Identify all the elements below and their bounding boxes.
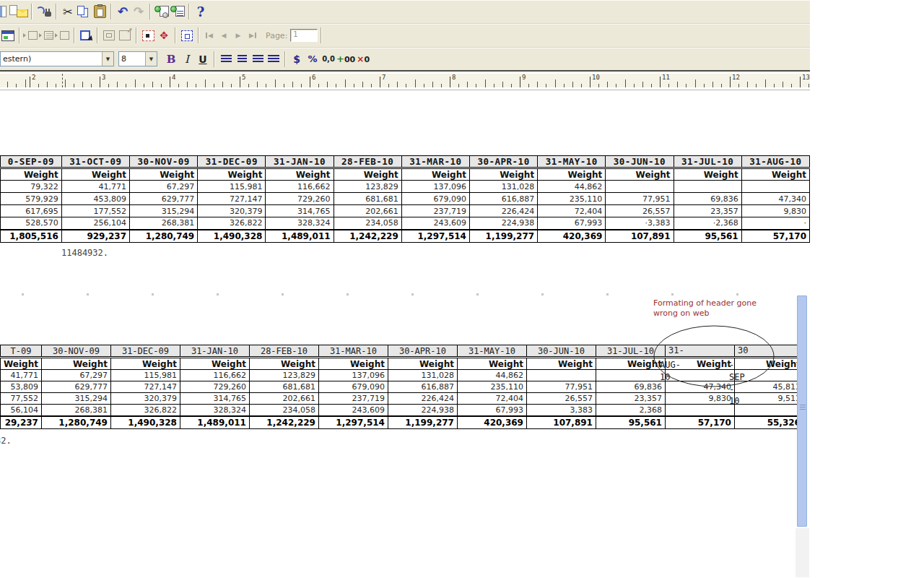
total-cell: 420,369 bbox=[538, 230, 606, 243]
thousands-icon: 0,0 bbox=[322, 55, 335, 63]
data-cell: · bbox=[741, 217, 809, 230]
align-right-icon bbox=[253, 55, 263, 63]
horizontal-ruler[interactable]: 2 3 4 5 6 7 8 9 10 11 12 13 bbox=[0, 74, 810, 87]
data-cell: 53,809 bbox=[1, 381, 42, 393]
data-cell: 326,822 bbox=[198, 217, 266, 230]
weight-header-cell: Weight bbox=[266, 169, 334, 181]
data-cell: 67,993 bbox=[538, 217, 606, 230]
toolbar-separator bbox=[74, 27, 75, 43]
total-cell: 1,242,229 bbox=[249, 416, 318, 429]
chevron-down-icon[interactable]: ▼ bbox=[145, 52, 157, 66]
set-datasource-button[interactable] bbox=[170, 3, 186, 20]
prev-page-icon: ◀ bbox=[222, 32, 227, 39]
remove-decimal-button[interactable]: ×0 bbox=[355, 51, 371, 68]
help-button[interactable]: ? bbox=[193, 3, 209, 20]
data-cell bbox=[734, 405, 803, 416]
date-header-cell: 0-SEP-09 bbox=[1, 156, 62, 168]
weight-header-cell: Weight bbox=[526, 358, 596, 370]
annotation-line: wrong on web bbox=[653, 309, 757, 319]
data-cell: 44,862 bbox=[457, 370, 526, 381]
data-cell: 235,110 bbox=[457, 381, 526, 393]
date-header-cell: 31-MAY-10 bbox=[457, 345, 526, 357]
toolbar-separator bbox=[136, 27, 137, 43]
add-decimal-button[interactable]: +00 bbox=[336, 51, 355, 68]
date-header-cell: 31-AUG-10 bbox=[741, 156, 809, 168]
bold-button[interactable]: B bbox=[163, 51, 179, 68]
data-cell bbox=[665, 405, 734, 416]
copy-icon bbox=[77, 6, 91, 18]
insert-header-button bbox=[23, 27, 39, 44]
data-cell: 616,887 bbox=[469, 193, 537, 205]
align-left-button[interactable] bbox=[218, 51, 234, 68]
align-justify-button[interactable] bbox=[266, 51, 282, 68]
total-cell: 1,490,328 bbox=[110, 416, 180, 429]
data-cell: 320,379 bbox=[110, 393, 180, 405]
page-number-input[interactable]: 1 bbox=[290, 29, 318, 42]
insert-object-button[interactable] bbox=[78, 27, 94, 44]
total-cell: 1,489,011 bbox=[266, 230, 334, 243]
thousands-format-button[interactable]: 0,0 bbox=[321, 51, 336, 68]
currency-format-button[interactable]: $ bbox=[289, 51, 305, 68]
data-cell: 23,357 bbox=[674, 205, 741, 217]
field-explorer-button[interactable] bbox=[0, 27, 16, 44]
weight-header-cell: Weight bbox=[388, 358, 457, 370]
toolbar-separator bbox=[97, 27, 98, 43]
ruler-mark: 6 bbox=[312, 74, 315, 81]
data-cell: 453,809 bbox=[61, 193, 129, 205]
weight-header-cell: Weight bbox=[469, 169, 537, 181]
data-cell: 579,929 bbox=[1, 193, 62, 205]
scrollbar-grip-icon bbox=[800, 405, 806, 410]
total-cell: 420,369 bbox=[457, 416, 526, 429]
cut-button[interactable]: ✂ bbox=[60, 3, 76, 20]
total-cell: 1,805,516 bbox=[1, 230, 62, 243]
data-cell: 617,695 bbox=[1, 205, 62, 217]
data-cell: 315,294 bbox=[130, 205, 198, 217]
align-right-button[interactable] bbox=[250, 51, 266, 68]
copy-button[interactable] bbox=[76, 3, 92, 20]
export-button[interactable] bbox=[6, 3, 28, 20]
data-cell: 234,058 bbox=[334, 217, 401, 230]
data-cell: 44,862 bbox=[538, 181, 606, 193]
data-cell: 314,765 bbox=[266, 205, 334, 217]
data-cell: 67,297 bbox=[41, 370, 110, 381]
weight-header-cell: Weight bbox=[249, 358, 318, 370]
select-object-button[interactable] bbox=[140, 27, 156, 44]
data-cell: 116,662 bbox=[266, 181, 334, 193]
toolbar-separator bbox=[284, 51, 286, 67]
data-cell: 202,661 bbox=[249, 393, 318, 405]
data-cell: 226,424 bbox=[469, 205, 537, 217]
data-cell: 131,028 bbox=[469, 181, 537, 193]
data-cell: 237,719 bbox=[318, 393, 388, 405]
data-cell: 328,324 bbox=[180, 405, 249, 416]
align-center-button[interactable] bbox=[234, 51, 250, 68]
ruler-guide-line[interactable] bbox=[62, 74, 63, 87]
underline-button[interactable]: U bbox=[195, 51, 211, 68]
data-cell: 77,951 bbox=[606, 193, 674, 205]
scissors-icon: ✂ bbox=[63, 5, 72, 19]
layout-toolbar: ✥ ◀ ◀ ▶ ▶ Page: 1 bbox=[0, 24, 810, 48]
data-cell: 137,096 bbox=[401, 181, 469, 193]
chevron-down-icon[interactable]: ▼ bbox=[102, 52, 113, 66]
font-combo[interactable]: estern) ▼ bbox=[0, 51, 114, 66]
date-header-cell: 28-FEB-10 bbox=[249, 345, 318, 357]
font-size-combo[interactable]: 8 ▼ bbox=[118, 51, 157, 66]
percent-format-button[interactable]: % bbox=[305, 51, 321, 68]
paste-button[interactable] bbox=[92, 3, 108, 20]
refresh-data-button[interactable] bbox=[35, 3, 53, 20]
verify-database-button[interactable] bbox=[154, 3, 170, 20]
screenshot-scrollbar-thumb[interactable] bbox=[797, 296, 807, 527]
data-cell: 729,260 bbox=[266, 193, 334, 205]
data-cell: 23,357 bbox=[596, 393, 665, 405]
italic-button[interactable]: I bbox=[179, 51, 195, 68]
data-cell: 69,836 bbox=[674, 193, 741, 205]
toolbar-separator bbox=[321, 27, 322, 43]
move-object-button[interactable]: ✥ bbox=[156, 27, 172, 44]
date-header-cell: 31-MAR-10 bbox=[401, 156, 469, 168]
total-cell: 55,326 bbox=[734, 416, 803, 429]
data-cell: ·2,368 bbox=[674, 217, 741, 230]
toolbar-separator bbox=[19, 27, 20, 43]
data-cell: 234,058 bbox=[249, 405, 318, 416]
snap-grid-button[interactable] bbox=[179, 27, 195, 44]
undo-button[interactable]: ↶ bbox=[115, 3, 131, 20]
report-canvas[interactable]: 0-SEP-0931-OCT-0930-NOV-0931-DEC-0931-JA… bbox=[0, 90, 810, 577]
